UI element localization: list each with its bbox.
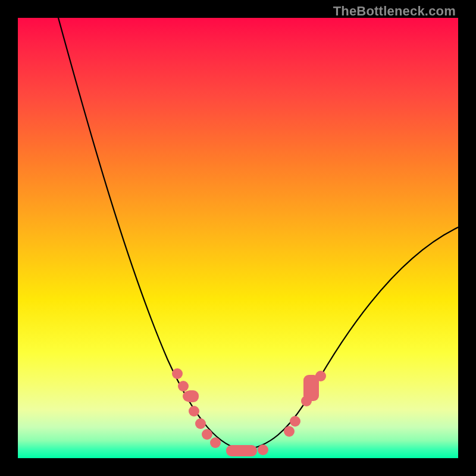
data-marker: [195, 418, 206, 429]
plot-area: [18, 18, 458, 458]
chart-svg: [18, 18, 458, 458]
data-marker: [189, 406, 199, 416]
data-marker-wide: [226, 445, 257, 456]
data-marker: [284, 426, 295, 437]
data-marker: [178, 381, 189, 392]
data-marker: [210, 437, 221, 448]
data-marker-wide: [184, 390, 199, 402]
data-marker: [290, 416, 300, 427]
data-marker-wide: [303, 375, 319, 401]
bottleneck-curve: [58, 18, 458, 450]
data-marker: [258, 444, 268, 455]
watermark-text: TheBottleneck.com: [333, 4, 456, 19]
marker-group: [172, 368, 326, 456]
chart-frame: TheBottleneck.com: [0, 0, 476, 476]
data-marker: [202, 429, 212, 440]
data-marker: [172, 368, 183, 379]
